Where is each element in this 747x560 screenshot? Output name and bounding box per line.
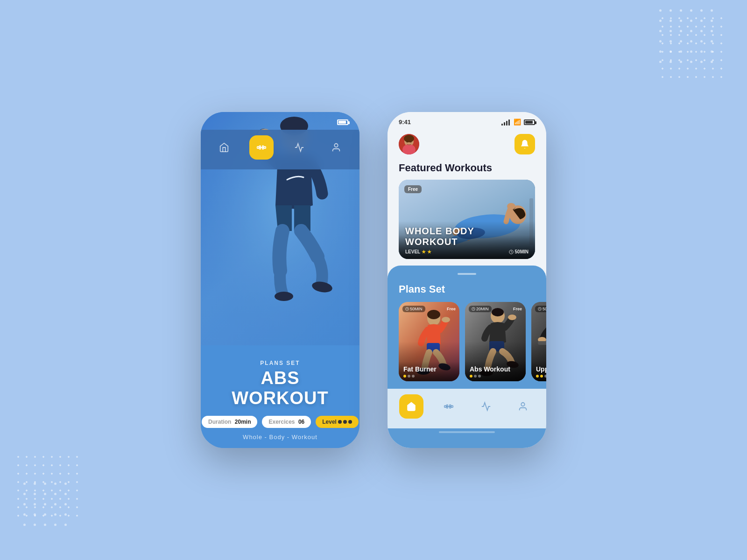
nav-profile-right[interactable] [511,395,535,418]
card2-name: Abs Workout [470,365,521,373]
status-bar-right: 9:41 📶 [388,112,546,129]
bottom-nav-left [201,130,359,169]
profile-icon-right [518,401,528,412]
avatar-image [399,134,419,154]
time-right: 9:41 [399,119,411,126]
user-avatar[interactable] [399,134,419,154]
card2-duration: 20MIN [476,307,489,311]
exercises-badge: Exercices 06 [262,416,311,428]
level-dot-2 [343,420,347,424]
duration-label: Duration [208,419,231,425]
card1-duration: 50MIN [410,307,423,311]
nav-dumbbell-left[interactable] [249,135,274,160]
card1-meta: 50MIN Free [402,306,456,312]
svg-point-19 [410,141,412,143]
signal-bars-right [501,119,510,126]
dumbbell-icon-right [444,401,454,412]
workout-title-left: ABS WORKOUT [212,368,348,408]
battery-icon-right [524,119,535,125]
featured-meta: LEVEL ★ ★ 50MIN [405,249,529,254]
status-icons-right: 📶 [501,119,535,126]
dot-2 [540,375,543,378]
card2-meta: 20MIN Free [469,306,522,312]
card3-time: 50MIN [535,306,546,312]
star-2: ★ [427,249,431,254]
card2-free: Free [513,307,522,311]
svg-rect-57 [451,406,453,407]
plans-header: Plans Set [388,281,546,302]
level-dot-3 [348,420,352,424]
duration-value: 20min [235,419,251,425]
right-phone: 9:41 📶 [388,112,546,448]
featured-workout-name: WHOLE BODY WORKOUT [405,226,529,247]
card1-free: Free [447,307,456,311]
plans-section: Plans Set [388,266,546,448]
profile-icon-left [331,142,341,153]
bottom-nav-right [388,389,546,428]
plans-title: Plans Set [399,283,445,295]
nav-profile-left[interactable] [324,136,348,159]
workout-info-overlay: PLANS SET ABS WORKOUT Duration 20min Exe… [201,350,359,448]
level-label: Level [322,419,337,425]
clock-icon-featured [509,250,514,254]
featured-title: Featured Workouts [388,162,546,180]
workout-cards-row: 50MIN Free Fat Burner [388,302,546,389]
dot-2 [474,375,477,378]
card3-name: Upper Body [536,365,546,373]
dot-1 [403,375,406,378]
nav-home-left[interactable] [212,136,236,159]
card2-time: 20MIN [469,306,492,312]
app-header [388,129,546,162]
level-badge: Level [316,416,359,428]
svg-point-13 [335,143,338,147]
nav-dumbbell-right[interactable] [437,395,460,418]
level-dot-1 [338,420,342,424]
dot-1 [470,375,472,378]
card3-duration: 50MIN [543,307,546,311]
featured-workout-card[interactable]: Free WHOLE BODY WORKOUT LEVEL ★ ★ [399,180,535,259]
card2-bottom: Abs Workout [465,362,526,381]
home-icon-right [406,401,416,412]
clock-icon-1 [405,307,409,311]
bottom-indicator-right [439,431,495,433]
plans-set-label: PLANS SET [212,360,348,366]
workout-badges: Duration 20min Exercices 06 Level [212,416,348,428]
nav-home-right[interactable] [399,394,423,419]
dot-2 [408,375,410,378]
featured-workouts-section: Featured Workouts [388,162,546,259]
dot-3 [478,375,481,378]
notification-button[interactable] [514,134,535,154]
card1-time: 50MIN [402,306,425,312]
svg-rect-56 [444,406,446,407]
chart-icon-left [294,142,304,153]
wifi-icon-right: 📶 [514,119,521,126]
bell-icon [520,139,530,149]
svg-point-61 [521,402,525,406]
featured-duration: 50MIN [509,249,529,254]
battery-icon-left [337,119,348,125]
featured-duration-value: 50MIN [515,249,529,254]
clock-icon-2 [472,307,475,311]
dot-3 [544,375,546,378]
nav-chart-right[interactable] [474,395,498,418]
featured-level: LEVEL ★ ★ [405,249,431,254]
dot-3 [412,375,415,378]
exercises-label: Exercices [268,419,295,425]
left-phone: 9:41 📶 PLANS SET ABS WORKOUT Duration 20… [201,112,359,448]
exercises-value: 06 [298,419,304,425]
card2-dots [470,375,521,378]
card3-dots [536,375,546,378]
workout-card-upper-body[interactable]: 50MIN Free Upper Body [531,302,546,381]
svg-point-16 [404,135,414,142]
duration-badge: Duration 20min [202,416,257,428]
chart-icon-right [481,401,491,412]
card1-dots [403,375,455,378]
card3-meta: 50MIN Free [535,306,546,312]
svg-rect-9 [264,147,266,148]
workout-card-fat-burner[interactable]: 50MIN Free Fat Burner [399,302,459,381]
workout-card-abs[interactable]: 20MIN Free Abs Workout [465,302,526,381]
level-text: LEVEL [405,249,420,254]
nav-chart-left[interactable] [288,136,311,159]
dumbbell-icon-left [256,142,267,153]
drag-handle [458,273,476,275]
